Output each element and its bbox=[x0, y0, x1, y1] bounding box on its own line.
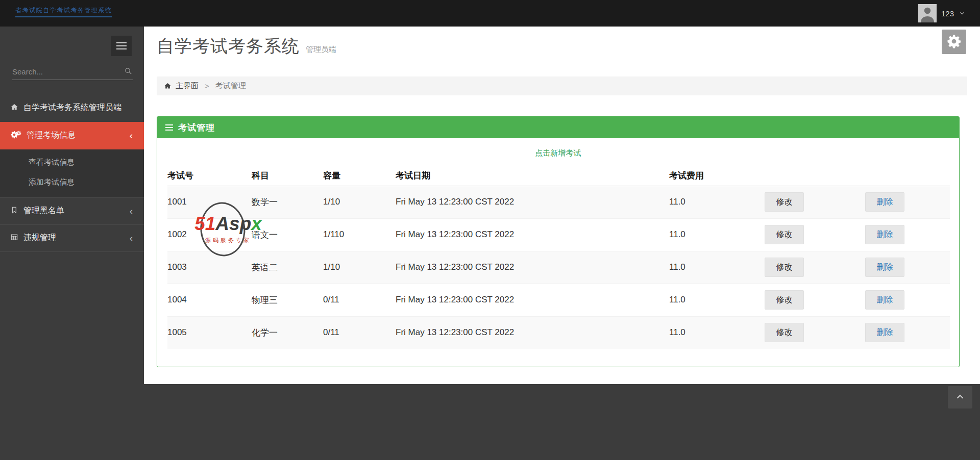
sidebar-item-blacklist[interactable]: 管理黑名单 ‹ bbox=[0, 197, 144, 224]
sidebar-subitem-add-exam[interactable]: 添加考试信息 bbox=[0, 172, 144, 192]
col-exam-id: 考试号 bbox=[167, 166, 252, 186]
sidebar-item-violations[interactable]: 违规管理 ‹ bbox=[0, 224, 144, 252]
exam-panel: 考试管理 点击新增考试 考试号 科目 容量 考试日期 考试费用 bbox=[157, 116, 960, 367]
sidebar-item-admin-home[interactable]: 自学考试考务系统管理员端 bbox=[0, 94, 144, 122]
exam-capacity-cell: 0/11 bbox=[323, 284, 396, 316]
edit-button[interactable]: 修改 bbox=[765, 192, 804, 212]
chevron-left-icon: ‹ bbox=[130, 205, 133, 217]
panel-body: 点击新增考试 考试号 科目 容量 考试日期 考试费用 bbox=[157, 138, 959, 367]
main-content: 自学考试考务系统 管理员端 主界面 > 考试管理 考试管理 点击新增考试 考试号 bbox=[144, 27, 980, 384]
panel-title: 考试管理 bbox=[178, 122, 215, 134]
exam-fee-cell: 11.0 bbox=[669, 251, 758, 284]
exam-capacity-cell: 1/10 bbox=[323, 251, 396, 284]
delete-button[interactable]: 删除 bbox=[865, 225, 904, 244]
table-row: 1004 物理三 0/11 Fri May 13 12:23:00 CST 20… bbox=[167, 284, 950, 316]
exam-subject-cell: 化学一 bbox=[252, 316, 323, 349]
sidebar-toggle-button[interactable] bbox=[111, 36, 132, 56]
exam-date-cell: Fri May 13 12:23:00 CST 2022 bbox=[396, 251, 669, 284]
cogs-icon bbox=[10, 130, 21, 142]
exam-id-cell: 1002 bbox=[167, 218, 252, 251]
exam-date-cell: Fri May 13 12:23:00 CST 2022 bbox=[396, 218, 669, 251]
breadcrumb-home-link[interactable]: 主界面 bbox=[176, 81, 199, 91]
exam-subject-cell: 物理三 bbox=[252, 284, 323, 316]
table-row: 1005 化学一 0/11 Fri May 13 12:23:00 CST 20… bbox=[167, 316, 950, 349]
exam-id-cell: 1003 bbox=[167, 251, 252, 284]
exam-date-cell: Fri May 13 12:23:00 CST 2022 bbox=[396, 316, 669, 349]
exam-id-cell: 1005 bbox=[167, 316, 252, 349]
table-row: 1002 语文一 1/110 Fri May 13 12:23:00 CST 2… bbox=[167, 218, 950, 251]
exam-fee-cell: 11.0 bbox=[669, 284, 758, 316]
user-menu[interactable]: 123 bbox=[918, 4, 966, 22]
user-name: 123 bbox=[941, 9, 954, 18]
page-header: 自学考试考务系统 管理员端 bbox=[157, 35, 980, 58]
page-title: 自学考试考务系统 bbox=[157, 35, 300, 58]
table-icon bbox=[10, 233, 18, 245]
exam-capacity-cell: 1/110 bbox=[323, 218, 396, 251]
col-date: 考试日期 bbox=[396, 166, 669, 186]
table-row: 1001 数学一 1/10 Fri May 13 12:23:00 CST 20… bbox=[167, 186, 950, 218]
gear-icon bbox=[946, 34, 962, 50]
panel-header: 考试管理 bbox=[157, 117, 959, 138]
sidebar-submenu: 查看考试信息 添加考试信息 bbox=[0, 149, 144, 197]
exam-fee-cell: 11.0 bbox=[669, 186, 758, 218]
col-delete bbox=[859, 166, 950, 186]
delete-button[interactable]: 删除 bbox=[865, 258, 904, 277]
avatar-image bbox=[918, 4, 937, 22]
col-edit bbox=[758, 166, 859, 186]
edit-button[interactable]: 修改 bbox=[765, 290, 804, 310]
exam-subject-cell: 数学一 bbox=[252, 186, 323, 218]
delete-button[interactable]: 删除 bbox=[865, 323, 904, 342]
exam-capacity-cell: 0/11 bbox=[323, 316, 396, 349]
exam-fee-cell: 11.0 bbox=[669, 316, 758, 349]
chevron-down-icon bbox=[959, 10, 966, 17]
exam-date-cell: Fri May 13 12:23:00 CST 2022 bbox=[396, 284, 669, 316]
table-header-row: 考试号 科目 容量 考试日期 考试费用 bbox=[167, 166, 950, 186]
sidebar-item-label: 管理考场信息 bbox=[27, 131, 76, 139]
exam-id-cell: 1001 bbox=[167, 186, 252, 218]
sidebar-subitem-view-exams[interactable]: 查看考试信息 bbox=[0, 152, 144, 172]
exam-capacity-cell: 1/10 bbox=[323, 186, 396, 218]
table-row: 1003 英语二 1/10 Fri May 13 12:23:00 CST 20… bbox=[167, 251, 950, 284]
edit-button[interactable]: 修改 bbox=[765, 323, 804, 342]
app-logo: 省考试院自学考试考务管理系统 bbox=[15, 6, 112, 17]
page-subtitle: 管理员端 bbox=[306, 45, 336, 55]
chevron-up-icon bbox=[954, 391, 966, 404]
edit-button[interactable]: 修改 bbox=[765, 225, 804, 244]
breadcrumb-current: 考试管理 bbox=[215, 81, 246, 91]
delete-button[interactable]: 删除 bbox=[865, 192, 904, 212]
search-icon bbox=[124, 67, 133, 78]
sidebar-item-label: 管理黑名单 bbox=[23, 206, 64, 215]
col-subject: 科目 bbox=[252, 166, 323, 186]
sidebar-item-label: 违规管理 bbox=[23, 233, 56, 242]
exam-subject-cell: 英语二 bbox=[252, 251, 323, 284]
delete-button[interactable]: 删除 bbox=[865, 290, 904, 310]
bookmark-icon bbox=[10, 206, 18, 218]
back-to-top-button[interactable] bbox=[948, 386, 972, 408]
sidebar-menu: 自学考试考务系统管理员端 管理考场信息 ‹ 查看考试信息 添加考试信息 管理黑名… bbox=[0, 94, 144, 252]
exam-id-cell: 1004 bbox=[167, 284, 252, 316]
chevron-left-icon: ‹ bbox=[130, 130, 133, 142]
sidebar-search bbox=[12, 65, 133, 80]
breadcrumb-separator: > bbox=[205, 82, 209, 90]
chevron-left-icon: ‹ bbox=[130, 232, 133, 244]
col-capacity: 容量 bbox=[323, 166, 396, 186]
add-exam-link[interactable]: 点击新增考试 bbox=[167, 138, 949, 166]
breadcrumb: 主界面 > 考试管理 bbox=[157, 76, 967, 95]
sidebar-item-manage-rooms[interactable]: 管理考场信息 ‹ bbox=[0, 122, 144, 149]
exam-subject-cell: 语文一 bbox=[252, 218, 323, 251]
sidebar-item-label: 自学考试考务系统管理员端 bbox=[23, 103, 121, 112]
sidebar: 自学考试考务系统管理员端 管理考场信息 ‹ 查看考试信息 添加考试信息 管理黑名… bbox=[0, 27, 144, 460]
topbar: 省考试院自学考试考务管理系统 123 bbox=[0, 0, 980, 27]
col-fee: 考试费用 bbox=[669, 166, 758, 186]
exam-date-cell: Fri May 13 12:23:00 CST 2022 bbox=[396, 186, 669, 218]
user-avatar bbox=[918, 4, 937, 22]
exam-table: 考试号 科目 容量 考试日期 考试费用 1001 数学一 1/10 Fri Ma… bbox=[167, 166, 950, 349]
home-icon bbox=[164, 82, 172, 90]
search-input[interactable] bbox=[12, 65, 133, 80]
list-icon bbox=[165, 124, 173, 131]
settings-button[interactable] bbox=[942, 30, 966, 54]
edit-button[interactable]: 修改 bbox=[765, 258, 804, 277]
exam-fee-cell: 11.0 bbox=[669, 218, 758, 251]
home-icon bbox=[10, 103, 18, 115]
